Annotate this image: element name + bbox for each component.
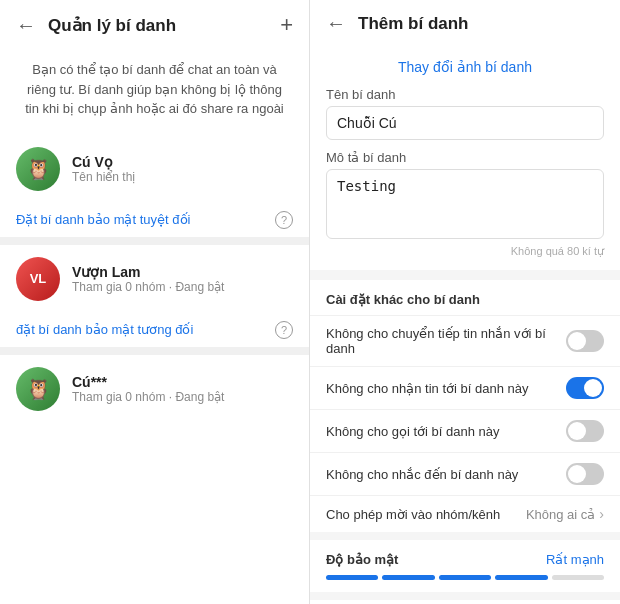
- right-header: ← Thêm bí danh: [310, 0, 620, 47]
- alias-avatar-1: 🦉: [16, 147, 60, 191]
- group-permission-row[interactable]: Cho phép mời vào nhóm/kênh Không ai cả ›: [310, 495, 620, 532]
- alias-sub-1: Tên hiển thị: [72, 170, 135, 184]
- right-panel: ← Thêm bí danh Thay đổi ảnh bí danh Tên …: [310, 0, 620, 604]
- alias-sub-2: Tham gia 0 nhóm · Đang bật: [72, 280, 224, 294]
- intro-section: Bạn có thể tạo bí danh để chat an toàn v…: [0, 50, 309, 135]
- left-panel: ← Quản lý bí danh + Bạn có thể tạo bí da…: [0, 0, 310, 604]
- alias-name-1: Cú Vọ: [72, 154, 135, 170]
- alias-item-3[interactable]: 🦉 Cú*** Tham gia 0 nhóm · Đang bật: [0, 355, 309, 423]
- desc-field-label: Mô tả bí danh: [326, 150, 604, 165]
- name-field-label: Tên bí danh: [326, 87, 604, 102]
- setting-row-3: Không cho gọi tới bí danh này: [310, 409, 620, 452]
- right-back-icon[interactable]: ←: [326, 12, 346, 35]
- section-label-text-2: đặt bí danh bảo mật tương đối: [16, 322, 193, 337]
- setting-toggle-4[interactable]: [566, 463, 604, 485]
- char-limit-text: Không quá 80 kí tự: [326, 245, 604, 258]
- section-label-text-1: Đặt bí danh bảo mật tuyệt đối: [16, 212, 190, 227]
- setting-row-1: Không cho chuyển tiếp tin nhắn với bí da…: [310, 315, 620, 366]
- setting-toggle-3[interactable]: [566, 420, 604, 442]
- security-bar-4: [495, 575, 547, 580]
- security-bar-3: [439, 575, 491, 580]
- alias-name-2: Vượn Lam: [72, 264, 224, 280]
- setting-label-1: Không cho chuyển tiếp tin nhắn với bí da…: [326, 326, 566, 356]
- left-header: ← Quản lý bí danh +: [0, 0, 309, 50]
- setting-label-3: Không cho gọi tới bí danh này: [326, 424, 566, 439]
- setting-label-2: Không cho nhận tin tới bí danh này: [326, 381, 566, 396]
- desc-field-textarea[interactable]: Testing: [326, 169, 604, 239]
- alias-item-2[interactable]: VL Vượn Lam Tham gia 0 nhóm · Đang bật: [0, 245, 309, 313]
- setting-row-4: Không cho nhắc đến bí danh này: [310, 452, 620, 495]
- divider-1: [0, 237, 309, 245]
- group-permission-label: Cho phép mời vào nhóm/kênh: [326, 507, 500, 522]
- left-back-icon[interactable]: ←: [16, 14, 36, 37]
- add-alias-icon[interactable]: +: [280, 12, 293, 38]
- security-row: Độ bảo mật Rất mạnh: [326, 552, 604, 567]
- alias-avatar-3: 🦉: [16, 367, 60, 411]
- security-label: Độ bảo mật: [326, 552, 398, 567]
- alias-sub-3: Tham gia 0 nhóm · Đang bật: [72, 390, 224, 404]
- save-section: Lưu webuy: [310, 600, 620, 604]
- help-icon-2[interactable]: ?: [275, 321, 293, 339]
- divider-2: [0, 347, 309, 355]
- left-panel-title: Quản lý bí danh: [48, 15, 280, 36]
- security-bar-2: [382, 575, 434, 580]
- setting-row-2: Không cho nhận tin tới bí danh này: [310, 366, 620, 409]
- security-bar-1: [326, 575, 378, 580]
- group-permission-value: Không ai cả ›: [526, 506, 604, 522]
- alias-info-2: Vượn Lam Tham gia 0 nhóm · Đang bật: [72, 264, 224, 294]
- intro-text: Bạn có thể tạo bí danh để chat an toàn v…: [25, 62, 284, 116]
- alias-info-1: Cú Vọ Tên hiển thị: [72, 154, 135, 184]
- help-icon-1[interactable]: ?: [275, 211, 293, 229]
- alias-name-3: Cú***: [72, 374, 224, 390]
- setting-toggle-1[interactable]: [566, 330, 604, 352]
- right-panel-title: Thêm bí danh: [358, 14, 469, 34]
- security-value: Rất mạnh: [546, 552, 604, 567]
- setting-label-4: Không cho nhắc đến bí danh này: [326, 467, 566, 482]
- alias-info-3: Cú*** Tham gia 0 nhóm · Đang bật: [72, 374, 224, 404]
- security-bars: [326, 575, 604, 580]
- settings-header: Cài đặt khác cho bí danh: [310, 280, 620, 315]
- section-label-1: Đặt bí danh bảo mật tuyệt đối ?: [0, 203, 309, 237]
- name-field-input[interactable]: [326, 106, 604, 140]
- alias-item-1[interactable]: 🦉 Cú Vọ Tên hiển thị: [0, 135, 309, 203]
- setting-toggle-2[interactable]: [566, 377, 604, 399]
- security-bar-5: [552, 575, 604, 580]
- group-permission-value-text: Không ai cả: [526, 507, 595, 522]
- security-section: Độ bảo mật Rất mạnh: [310, 540, 620, 592]
- alias-avatar-2: VL: [16, 257, 60, 301]
- form-section: Thay đổi ảnh bí danh Tên bí danh Mô tả b…: [310, 47, 620, 270]
- change-photo-link[interactable]: Thay đổi ảnh bí danh: [326, 59, 604, 75]
- group-permission-chevron: ›: [599, 506, 604, 522]
- settings-section: Cài đặt khác cho bí danh Không cho chuyể…: [310, 280, 620, 532]
- alias-initials-2: VL: [30, 271, 47, 286]
- section-label-2: đặt bí danh bảo mật tương đối ?: [0, 313, 309, 347]
